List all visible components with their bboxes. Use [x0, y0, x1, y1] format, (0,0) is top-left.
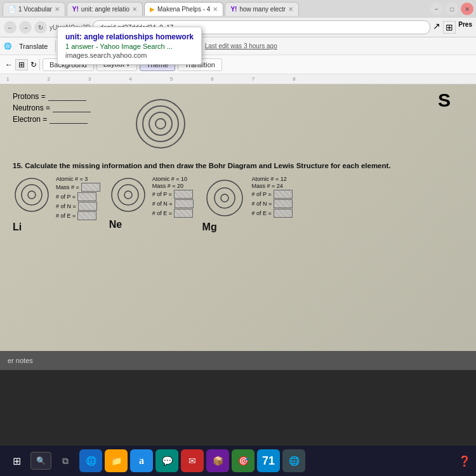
mg-e: # of E = [252, 209, 293, 218]
pres-icon[interactable]: Pres [458, 21, 472, 34]
mg-info: Atomic # = 12 Mass # = 24 # of P = # of … [252, 176, 293, 218]
app5-num: 71 [262, 454, 275, 468]
svg-point-11 [215, 188, 235, 208]
notes-bar: er notes [0, 351, 476, 370]
ne-atom-svg [109, 176, 147, 214]
tab-bar: 📄 1 Vocabular ✕ Y! unit: angle relatio ✕… [0, 0, 476, 18]
svg-point-6 [15, 178, 48, 211]
back-btn[interactable]: ← [4, 21, 17, 34]
elements-row: Atomic # = 3 Mass # = # of P = # of N = [13, 176, 463, 233]
tab-vocabular[interactable]: 📄 1 Vocabular ✕ [3, 2, 65, 16]
mg-e-box[interactable] [274, 209, 293, 218]
app5-icon-btn[interactable]: 71 [257, 449, 280, 472]
store-icon-btn[interactable]: a [130, 449, 153, 472]
mg-atomic: Atomic # = 12 [252, 176, 293, 182]
taskview-btn[interactable]: ⧉ [54, 449, 77, 472]
close-btn[interactable]: ✕ [461, 3, 473, 15]
app1-icon: 💬 [162, 456, 173, 466]
app3-icon-btn[interactable]: 📦 [206, 449, 229, 472]
ne-n-box[interactable] [175, 199, 194, 208]
mg-p: # of P = [252, 190, 293, 199]
sulfur-atom-svg [129, 92, 192, 155]
forward-btn[interactable]: → [19, 21, 32, 34]
sep1 [55, 41, 56, 52]
tab-electrons[interactable]: Y! how many electr ✕ [225, 2, 299, 16]
tab-close-2[interactable]: ✕ [132, 6, 137, 13]
neutrons-value [53, 103, 91, 112]
tooltip-popup: unit: angle relationships homework 1 ans… [57, 27, 202, 65]
tab-label-4: how many electr [239, 6, 286, 13]
taskbar-right: ❓ [458, 455, 471, 467]
folder-icon-btn[interactable]: 📁 [105, 449, 128, 472]
taskbar-search[interactable]: 🔍 [30, 452, 51, 470]
windows-start-btn[interactable]: ⊞ [5, 449, 28, 472]
svg-point-5 [22, 185, 42, 205]
li-n-box[interactable] [78, 202, 97, 211]
li-inner: Atomic # = 3 Mass # = # of P = # of N = [13, 176, 100, 220]
undo-icon[interactable]: ← [5, 60, 13, 69]
svg-point-0 [155, 119, 166, 129]
li-p-box[interactable] [77, 192, 96, 201]
last-edit-label[interactable]: Last edit was 3 hours ago [205, 43, 277, 50]
translate-icon: 🌐 [4, 43, 11, 50]
top-section: Protons = Neutrons = Electron = [13, 92, 463, 158]
app6-icon: 🌐 [289, 456, 300, 466]
tab-label: 1 Vocabular [18, 6, 52, 13]
minimize-btn[interactable]: − [430, 3, 443, 15]
ruler-1: 1 [6, 76, 9, 82]
grid-icon[interactable]: ⊞ [443, 21, 456, 34]
taskbar: ⊞ 🔍 ⧉ 🌐 📁 a 💬 ✉ 📦 🎯 71 🌐 ❓ [0, 446, 476, 476]
tab-close-1[interactable]: ✕ [55, 6, 60, 13]
ruler: 1 2 3 4 5 6 7 8 [0, 74, 476, 84]
ruler-5: 5 [170, 76, 173, 82]
tab-label-3: Makena Phelps - 4 [157, 6, 210, 13]
question-icon[interactable]: ❓ [458, 455, 471, 467]
mg-mass: Mass # = 24 [252, 183, 293, 189]
ne-p-box[interactable] [174, 190, 193, 199]
ruler-3: 3 [88, 76, 91, 82]
app2-icon: ✉ [188, 456, 196, 466]
maximize-btn[interactable]: □ [446, 3, 458, 15]
tab-slides-favicon: ▶ [150, 6, 155, 13]
electron-line: Electron = [13, 115, 91, 124]
translate-btn[interactable]: Translate [17, 41, 50, 51]
tab-angle[interactable]: Y! unit: angle relatio ✕ [67, 2, 143, 16]
mg-name: Mg [202, 221, 217, 233]
ne-info: Atomic # = 10 Mass # = 20 # of P = # of … [152, 176, 194, 218]
ruler-8: 8 [293, 76, 295, 82]
ne-e-box[interactable] [174, 209, 193, 218]
reload-btn[interactable]: ↻ [34, 21, 47, 34]
li-atom-svg [13, 176, 51, 214]
ruler-2: 2 [47, 76, 50, 82]
mg-p-box[interactable] [274, 190, 293, 199]
svg-point-1 [149, 112, 172, 135]
search-icon: 🔍 [36, 456, 46, 465]
trend-icon[interactable]: ↗ [433, 21, 440, 34]
folder-icon: 📁 [111, 456, 122, 466]
li-e-box[interactable] [77, 211, 96, 220]
tab-close-4[interactable]: ✕ [288, 6, 293, 13]
li-mass-box[interactable] [81, 183, 100, 192]
tab-close-3[interactable]: ✕ [213, 6, 218, 13]
app4-icon-btn[interactable]: 🎯 [232, 449, 255, 472]
app2-icon-btn[interactable]: ✉ [181, 449, 204, 472]
tab-makena[interactable]: ▶ Makena Phelps - 4 ✕ [144, 2, 223, 16]
ruler-6: 6 [211, 76, 213, 82]
li-name: Li [13, 221, 22, 233]
edge-icon: 🌐 [86, 456, 96, 466]
neutrons-line: Neutrons = [13, 103, 91, 112]
main-content: S Protons = Neutrons = Electron = [0, 84, 476, 351]
app1-icon-btn[interactable]: 💬 [155, 449, 178, 472]
edge-icon-btn[interactable]: 🌐 [79, 449, 102, 472]
svg-point-2 [143, 106, 178, 142]
mg-atom-svg [202, 176, 247, 220]
svg-point-10 [221, 194, 228, 202]
li-atomic: Atomic # = 3 [56, 176, 100, 182]
mg-n: # of N = [252, 199, 293, 208]
redo-icon[interactable]: ↻ [30, 60, 37, 69]
li-info: Atomic # = 3 Mass # = # of P = # of N = [56, 176, 100, 220]
tab-y2-favicon: Y! [230, 6, 237, 13]
app6-icon-btn[interactable]: 🌐 [282, 449, 305, 472]
mg-n-box[interactable] [274, 199, 293, 208]
table2-icon[interactable]: ⊞ [15, 59, 28, 70]
